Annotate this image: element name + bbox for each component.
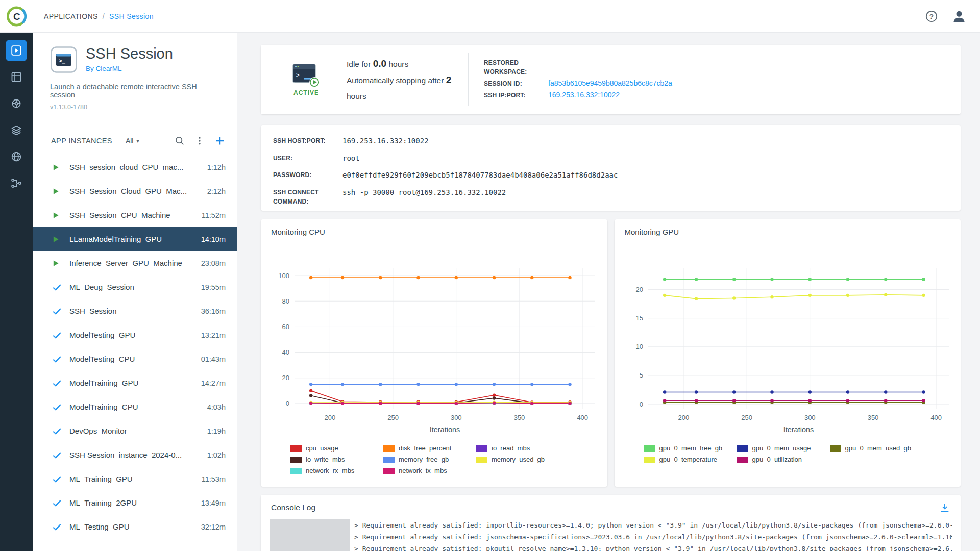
completed-status-icon bbox=[52, 451, 62, 459]
app-instance-row[interactable]: SSH_Session 36:16m bbox=[33, 299, 237, 323]
helm-icon bbox=[10, 97, 22, 110]
instance-duration: 14:27m bbox=[196, 379, 226, 387]
legend-item-io_write_mbs[interactable]: io_write_mbs bbox=[290, 456, 383, 463]
filter-dropdown[interactable]: All ▾ bbox=[126, 137, 139, 145]
legend-item-memory_used_gb[interactable]: memory_used_gb bbox=[476, 456, 569, 463]
gpu-monitoring-card: Monitoring GPU 20025030035040005101520It… bbox=[615, 219, 961, 487]
nav-item-applications[interactable] bbox=[6, 40, 27, 61]
instance-duration: 1:19h bbox=[202, 427, 226, 435]
app-instance-row[interactable]: SSH_Session_Cloud_GPU_Mac... 2:12h bbox=[33, 179, 237, 203]
more-options-button[interactable] bbox=[193, 134, 206, 147]
plus-icon bbox=[214, 135, 226, 147]
ssh-ip-link[interactable]: 169.253.16.332:10022 bbox=[548, 91, 620, 99]
search-button[interactable] bbox=[173, 134, 187, 148]
legend-swatch bbox=[383, 445, 395, 452]
app-instance-row[interactable]: ModelTraining_GPU 14:27m bbox=[33, 371, 237, 395]
legend-item-disk_free_percent[interactable]: disk_free_percent bbox=[383, 444, 476, 452]
user-avatar-button[interactable] bbox=[950, 8, 968, 25]
nav-item-reports[interactable] bbox=[6, 146, 27, 167]
session-id-link[interactable]: fa853b6105e9459b80a825b6c8c7cb2a bbox=[548, 79, 672, 87]
app-instance-row[interactable]: Inference_Server_GPU_Machine 23:08m bbox=[33, 251, 237, 275]
download-log-button[interactable] bbox=[939, 502, 950, 513]
chart-canvas: 200250300350400020406080100Iterations bbox=[265, 261, 607, 436]
legend-item-gpu_0_mem_usage[interactable]: gpu_0_mem_usage bbox=[737, 444, 830, 452]
nav-item-datasets[interactable] bbox=[6, 119, 27, 141]
instance-duration: 1:02h bbox=[202, 451, 226, 459]
nav-item-projects[interactable] bbox=[6, 66, 27, 88]
session-status-card: >_ ACTIVE Idle for 0.0 hours Automatical… bbox=[261, 45, 961, 114]
app-instance-row[interactable]: SSH_session_cloud_CPU_mac... 1:12h bbox=[33, 155, 237, 179]
instance-duration: 01:43m bbox=[196, 355, 226, 363]
nav-item-pipelines[interactable] bbox=[6, 172, 27, 194]
app-instance-row[interactable]: DevOps_Monitor 1:19h bbox=[33, 419, 237, 443]
legend-item-gpu_0_utilization[interactable]: gpu_0_utilization bbox=[737, 456, 830, 463]
svg-text:60: 60 bbox=[282, 323, 289, 331]
app-instance-row[interactable]: ModelTesting_CPU 01:43m bbox=[33, 347, 237, 371]
app-description: Launch a detachable remote interactive S… bbox=[50, 83, 222, 99]
clearml-logo[interactable]: C bbox=[6, 6, 28, 27]
nav-item-workers-queues[interactable] bbox=[6, 93, 27, 114]
legend-item-gpu_0_mem_free_gb[interactable]: gpu_0_mem_free_gb bbox=[644, 444, 737, 452]
instance-duration: 11:53m bbox=[197, 475, 226, 483]
legend-label: gpu_0_utilization bbox=[752, 456, 802, 463]
legend-label: gpu_0_mem_used_gb bbox=[845, 444, 911, 452]
instance-name: ML_Testing_GPU bbox=[69, 522, 130, 531]
app-instance-row[interactable]: SSH Session_instance_2024-0... 1:02h bbox=[33, 443, 237, 467]
instance-name: ML_Training_GPU bbox=[69, 474, 133, 483]
app-instance-row[interactable]: ML_Testing_GPU 32:12m bbox=[33, 515, 237, 539]
legend-label: memory_used_gb bbox=[492, 456, 545, 463]
app-version: v1.13.0-1780 bbox=[50, 104, 222, 111]
legend-item-io_read_mbs[interactable]: io_read_mbs bbox=[476, 444, 569, 452]
launch-icon bbox=[10, 44, 22, 57]
svg-text:0: 0 bbox=[286, 399, 289, 407]
legend-item-gpu_0_temperature[interactable]: gpu_0_temperature bbox=[644, 456, 737, 463]
svg-text:10: 10 bbox=[635, 343, 643, 350]
legend-item-network_tx_mbs[interactable]: network_tx_mbs bbox=[383, 467, 476, 474]
clearml-logo-icon: C bbox=[6, 6, 28, 27]
console-log-line: > Requirement already satisfied: pkgutil… bbox=[354, 543, 952, 551]
instance-duration: 36:16m bbox=[196, 307, 226, 315]
legend-item-cpu_usage[interactable]: cpu_usage bbox=[290, 444, 383, 452]
instance-duration: 11:52m bbox=[197, 211, 226, 219]
instance-name: ML_Deug_Session bbox=[69, 283, 134, 291]
svg-text:15: 15 bbox=[635, 314, 643, 322]
instance-name: SSH_Session bbox=[69, 307, 117, 315]
breadcrumb-applications[interactable]: APPLICATIONS bbox=[44, 12, 98, 20]
app-instance-row[interactable]: ML_Training_2GPU 13:49m bbox=[33, 491, 237, 515]
cpu-chart-title: Monitoring CPU bbox=[261, 219, 607, 236]
legend-item-gpu_0_mem_used_gb[interactable]: gpu_0_mem_used_gb bbox=[830, 444, 923, 452]
completed-status-icon bbox=[52, 403, 62, 411]
app-instance-row[interactable]: ModelTesting_GPU 13:21m bbox=[33, 323, 237, 347]
completed-status-icon bbox=[52, 355, 62, 363]
svg-text:400: 400 bbox=[930, 414, 942, 421]
completed-status-icon bbox=[52, 499, 62, 507]
app-instance-row[interactable]: ML_Training_GPU 11:53m bbox=[33, 467, 237, 491]
running-status-icon bbox=[52, 211, 60, 219]
svg-text:?: ? bbox=[929, 12, 934, 20]
completed-status-icon bbox=[52, 307, 62, 315]
app-instance-row[interactable]: SSH_Session_CPU_Machine 11:52m bbox=[33, 203, 237, 227]
instance-name: SSH Session_instance_2024-0... bbox=[69, 450, 182, 459]
app-instance-row[interactable]: ML_Deug_Session 19:55m bbox=[33, 275, 237, 299]
byline-link[interactable]: By ClearML bbox=[86, 65, 122, 72]
svg-text:>_: >_ bbox=[59, 58, 65, 64]
completed-status-icon bbox=[52, 523, 62, 531]
svg-text:200: 200 bbox=[324, 414, 335, 421]
console-log-body[interactable]: > Requirement already satisfied: importl… bbox=[261, 518, 961, 551]
instance-duration: 32:12m bbox=[196, 523, 226, 531]
legend-item-network_rx_mbs[interactable]: network_rx_mbs bbox=[290, 467, 383, 474]
legend-swatch bbox=[383, 468, 395, 474]
legend-swatch bbox=[476, 457, 487, 463]
chart-canvas: 20025030035040005101520Iterations bbox=[619, 261, 961, 436]
app-instance-row[interactable]: ModelTraining_CPU 4:03h bbox=[33, 395, 237, 419]
globe-icon bbox=[10, 151, 22, 163]
legend-label: network_rx_mbs bbox=[306, 467, 354, 474]
app-instance-row[interactable]: LLamaModelTraining_GPU 14:10m bbox=[33, 227, 237, 251]
legend-swatch bbox=[476, 445, 487, 452]
add-instance-button[interactable] bbox=[212, 133, 228, 148]
help-button[interactable]: ? bbox=[924, 9, 939, 24]
legend-item-memory_free_gb[interactable]: memory_free_gb bbox=[383, 456, 476, 463]
instance-duration: 13:49m bbox=[196, 499, 226, 507]
legend-swatch bbox=[737, 445, 748, 452]
legend-label: gpu_0_mem_usage bbox=[752, 444, 811, 452]
